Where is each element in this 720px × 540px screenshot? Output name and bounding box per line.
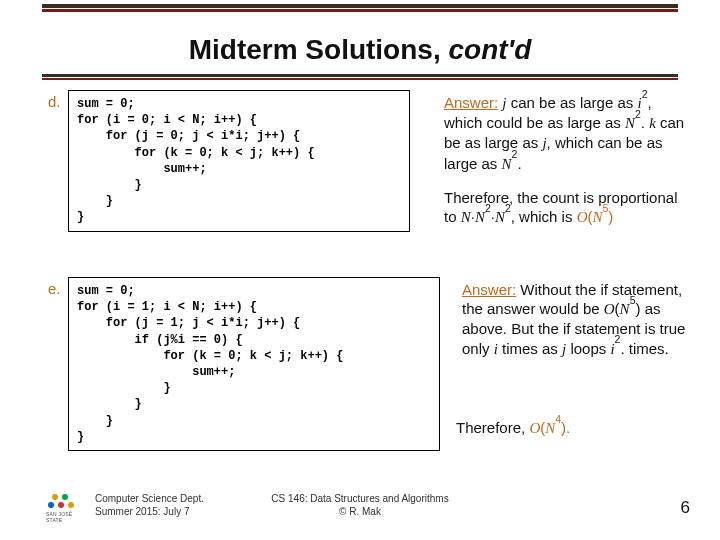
page-number: 6 (681, 498, 690, 518)
rule-under-dark (42, 74, 678, 77)
answer-d-part2: Therefore, the count is proportional to … (444, 188, 692, 227)
item-label-e: e. (48, 280, 61, 297)
code-block-e: sum = 0; for (i = 1; i < N; i++) { for (… (68, 277, 440, 451)
footer-middle: CS 146: Data Structures and Algorithms ©… (0, 493, 720, 518)
rule-top-red (42, 9, 678, 12)
answer-label: Answer: (462, 281, 516, 298)
title-italic: cont'd (448, 34, 531, 65)
rule-top-dark (42, 4, 678, 8)
item-label-d: d. (48, 93, 61, 110)
rule-under-red (42, 78, 678, 80)
answer-e-part2: Therefore, O(N4). (456, 418, 696, 438)
answer-d-part1: Answer: j can be as large as i2, which c… (444, 93, 692, 174)
answer-e-part1: Answer: Without the if statement, the an… (462, 280, 692, 359)
answer-label: Answer: (444, 94, 498, 111)
title-plain: Midterm Solutions, (189, 34, 449, 65)
code-block-d: sum = 0; for (i = 0; i < N; i++) { for (… (68, 90, 410, 232)
slide-title: Midterm Solutions, cont'd (0, 34, 720, 66)
